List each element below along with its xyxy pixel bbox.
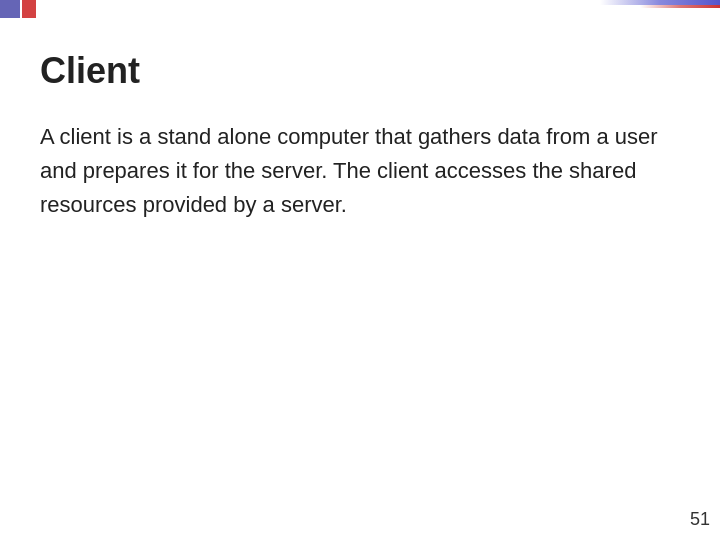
corner-accent-top-right [600, 0, 720, 8]
slide-title: Client [40, 50, 680, 92]
slide-content: Client A client is a stand alone compute… [40, 30, 680, 500]
page-number: 51 [690, 509, 710, 530]
corner-accent-top-left [0, 0, 60, 18]
accent-block-red [22, 0, 36, 18]
slide-body-text: A client is a stand alone computer that … [40, 120, 680, 222]
accent-block-blue [0, 0, 20, 18]
accent-bar-red [640, 5, 720, 8]
